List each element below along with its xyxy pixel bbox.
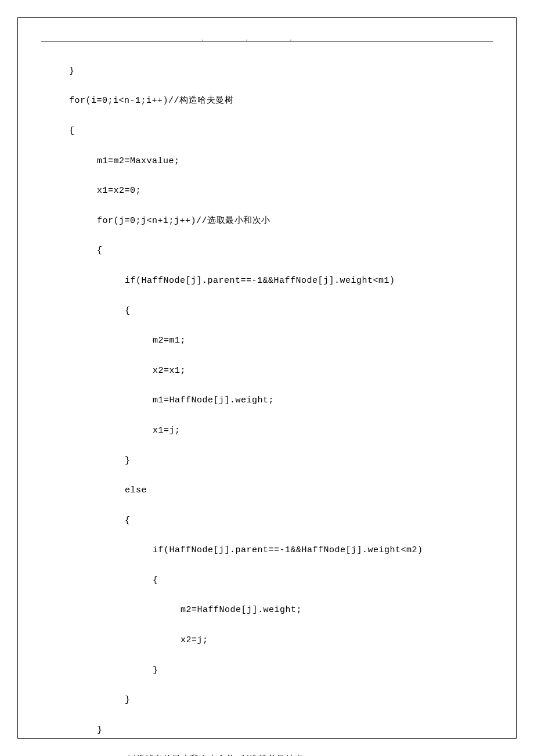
code-line: for(j=0;j<n+i;j++)//选取最小和次小 xyxy=(41,214,493,229)
code-line: { xyxy=(41,243,493,258)
code-line: } xyxy=(41,663,493,678)
code-line: m2=m1; xyxy=(41,333,493,348)
code-line: } xyxy=(41,723,493,738)
code-line: { xyxy=(41,304,493,319)
code-line: x2=x1; xyxy=(41,363,493,379)
code-line: { xyxy=(41,124,493,139)
code-line: if(HaffNode[j].parent==-1&&HaffNode[j].w… xyxy=(41,273,493,289)
code-line: { xyxy=(41,513,493,528)
code-line: { xyxy=(41,573,493,588)
header-dots: ... xyxy=(41,36,493,42)
code-line: } xyxy=(41,64,493,79)
code-line: x1=j; xyxy=(41,423,493,438)
code-line: else xyxy=(41,483,493,498)
code-line: if(HaffNode[j].parent==-1&&HaffNode[j].w… xyxy=(41,543,493,558)
page-frame: ... } for(i=0;i<n-1;i++)//构造哈夫曼树 { m1=m2… xyxy=(17,17,517,739)
code-line: m1=HaffNode[j].weight; xyxy=(41,393,493,408)
code-line: m1=m2=Maxvalue; xyxy=(41,154,493,169)
code-block: } for(i=0;i<n-1;i++)//构造哈夫曼树 { m1=m2=Max… xyxy=(41,49,493,756)
code-line: //将找出的最小和次小合并,创造其父母结点 xyxy=(41,753,493,756)
code-line: } xyxy=(41,453,493,469)
header-rule: ... xyxy=(41,41,493,42)
code-line: x1=x2=0; xyxy=(41,183,493,199)
code-line: for(i=0;i<n-1;i++)//构造哈夫曼树 xyxy=(41,93,493,109)
code-line: m2=HaffNode[j].weight; xyxy=(41,603,493,618)
code-line: x2=j; xyxy=(41,633,493,648)
code-line: } xyxy=(41,693,493,708)
